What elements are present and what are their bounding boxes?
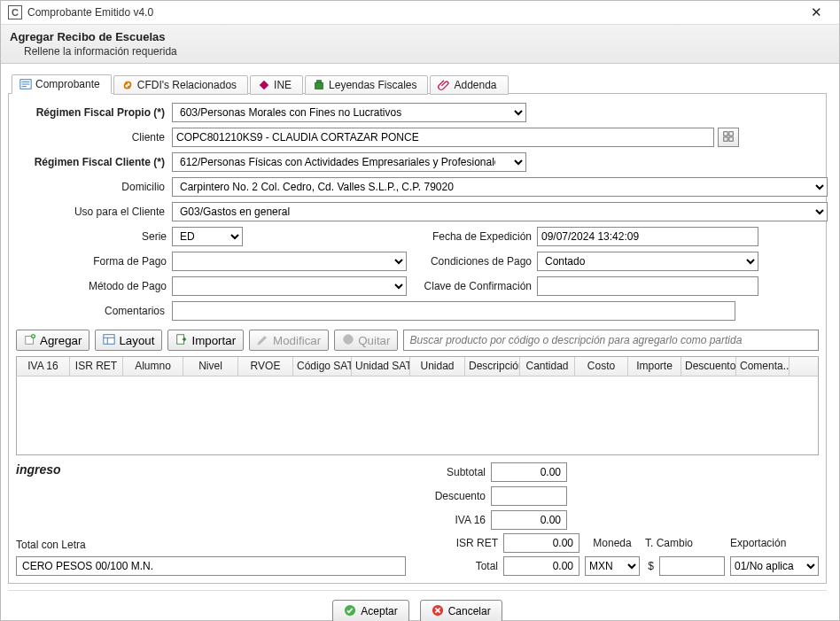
clave-conf-input[interactable] xyxy=(537,276,758,296)
col-costo[interactable]: Costo xyxy=(575,357,628,376)
layout-button[interactable]: Layout xyxy=(95,330,162,351)
subtotal-box xyxy=(491,462,567,482)
col-comenta-[interactable]: Comenta... xyxy=(736,357,789,376)
serie-select[interactable]: ED xyxy=(172,227,243,246)
lbl-cond-pago: Condiciones de Pago xyxy=(416,255,532,268)
tab-addenda[interactable]: Addenda xyxy=(430,75,508,95)
lbl-isr: ISR RET xyxy=(427,537,498,549)
row-metodo-pago: Método de Pago Clave de Confirmación xyxy=(16,276,819,296)
col-unidad-sat[interactable]: Unidad SAT xyxy=(352,357,410,376)
col-unidad[interactable]: Unidad xyxy=(410,357,465,376)
descuento-box xyxy=(491,486,567,506)
iva-box xyxy=(491,510,567,530)
tab-label: INE xyxy=(274,79,292,91)
btn-label: Quitar xyxy=(358,334,390,347)
export-select[interactable]: 01/No aplica xyxy=(730,556,819,576)
col-descripci-n[interactable]: Descripción xyxy=(465,357,520,376)
lbl-moneda: Moneda xyxy=(585,537,640,549)
agregar-button[interactable]: Agregar xyxy=(16,330,89,351)
close-button[interactable]: ✕ xyxy=(798,1,834,24)
tabs-wrap: Comprobante CFDI's Relacionados INE xyxy=(8,74,827,585)
table-toolbar: Agregar Layout Importar Modificar xyxy=(16,330,819,351)
col-descuento[interactable]: Descuento xyxy=(681,357,736,376)
diamond-icon xyxy=(258,79,270,91)
lbl-total-letra: Total con Letra xyxy=(16,539,406,551)
lbl-subtotal: Subtotal xyxy=(415,466,486,478)
forma-pago-select[interactable] xyxy=(172,252,407,271)
tab-leyendas[interactable]: Leyendas Fiscales xyxy=(305,75,428,95)
import-icon xyxy=(175,333,188,348)
lbl-clave-conf: Clave de Confirmación xyxy=(416,280,532,292)
metodo-pago-select[interactable] xyxy=(172,276,407,296)
btn-label: Agregar xyxy=(40,334,82,347)
cancelar-button[interactable]: Cancelar xyxy=(420,600,502,621)
plus-icon xyxy=(24,333,36,348)
tab-ine[interactable]: INE xyxy=(250,75,303,95)
svg-rect-6 xyxy=(316,81,321,83)
lbl-fecha-exp: Fecha de Expedición xyxy=(416,230,532,243)
svg-rect-9 xyxy=(724,136,727,140)
btn-label: Layout xyxy=(119,334,154,347)
svg-rect-7 xyxy=(724,131,727,135)
cliente-input[interactable] xyxy=(172,128,714,147)
remove-icon xyxy=(342,333,354,348)
regimen-propio-select[interactable]: 603/Personas Morales con Fines no Lucrat… xyxy=(172,103,526,122)
moneda-select[interactable]: MXN xyxy=(585,556,640,576)
quitar-button: Quitar xyxy=(334,330,398,351)
lbl-total: Total xyxy=(427,560,498,572)
domicilio-select[interactable]: Carpintero No. 2 Col. Cedro, Cd. Valles … xyxy=(172,177,828,197)
search-product-input[interactable] xyxy=(403,330,819,351)
cond-pago-select[interactable]: Contado xyxy=(537,252,758,271)
col-cantidad[interactable]: Cantidad xyxy=(520,357,575,376)
col-alumno[interactable]: Alumno xyxy=(123,357,183,376)
row-serie: Serie ED Fecha de Expedición xyxy=(16,227,819,246)
col-c-digo-sat[interactable]: Código SAT xyxy=(293,357,352,376)
layout-icon xyxy=(103,333,115,348)
fecha-exp-input[interactable] xyxy=(537,227,758,246)
svg-rect-5 xyxy=(315,82,323,89)
tcambio-input[interactable] xyxy=(659,556,725,576)
tab-label: CFDI's Relacionados xyxy=(137,79,237,91)
svg-marker-4 xyxy=(260,81,269,90)
page-subtitle: Rellene la información requerida xyxy=(10,45,830,58)
document-icon xyxy=(313,79,325,91)
regimen-cliente-select[interactable]: 612/Personas Físicas con Actividades Emp… xyxy=(172,152,526,172)
app-icon: C xyxy=(8,5,22,19)
tab-cfdis[interactable]: CFDI's Relacionados xyxy=(113,75,248,95)
btn-label: Aceptar xyxy=(361,605,397,617)
total-letra-box xyxy=(16,556,406,576)
col-importe[interactable]: Importe xyxy=(628,357,681,376)
uso-cliente-select[interactable]: G03/Gastos en general xyxy=(172,202,828,221)
window-title: Comprobante Emitido v4.0 xyxy=(27,6,798,19)
tab-page-comprobante: Régimen Fiscal Propio (*) 603/Personas M… xyxy=(8,93,827,584)
edit-icon xyxy=(257,333,269,348)
check-icon xyxy=(344,604,356,619)
form-icon xyxy=(19,78,32,90)
lbl-domicilio: Domicilio xyxy=(16,181,167,193)
table-header: IVA 16ISR RETAlumnoNivelRVOECódigo SATUn… xyxy=(16,356,819,376)
col-rvoe[interactable]: RVOE xyxy=(238,357,293,376)
row-comentarios: Comentarios xyxy=(16,301,819,321)
aceptar-button[interactable]: Aceptar xyxy=(332,600,408,621)
lbl-descuento: Descuento xyxy=(415,490,486,502)
col-isr-ret[interactable]: ISR RET xyxy=(70,357,123,376)
lbl-uso-cliente: Uso para el Cliente xyxy=(16,206,167,218)
lbl-comentarios: Comentarios xyxy=(16,305,167,317)
modificar-button: Modificar xyxy=(249,330,329,351)
isr-box xyxy=(503,533,579,553)
col-nivel[interactable]: Nivel xyxy=(183,357,238,376)
btn-label: Cancelar xyxy=(448,605,491,617)
tab-comprobante[interactable]: Comprobante xyxy=(12,74,112,94)
dialog-buttons: Aceptar Cancelar xyxy=(8,590,827,621)
cliente-lookup-button[interactable] xyxy=(718,128,739,147)
tab-label: Leyendas Fiscales xyxy=(329,79,416,91)
comentarios-input[interactable] xyxy=(172,301,735,321)
lbl-forma-pago: Forma de Pago xyxy=(16,255,167,268)
btn-label: Importar xyxy=(191,334,236,347)
search-icon xyxy=(722,130,735,145)
importar-button[interactable]: Importar xyxy=(167,330,244,351)
table-body[interactable] xyxy=(16,376,819,455)
col-iva-16[interactable]: IVA 16 xyxy=(17,357,70,376)
close-icon: ✕ xyxy=(811,4,822,20)
row-forma-pago: Forma de Pago Condiciones de Pago Contad… xyxy=(16,252,819,271)
